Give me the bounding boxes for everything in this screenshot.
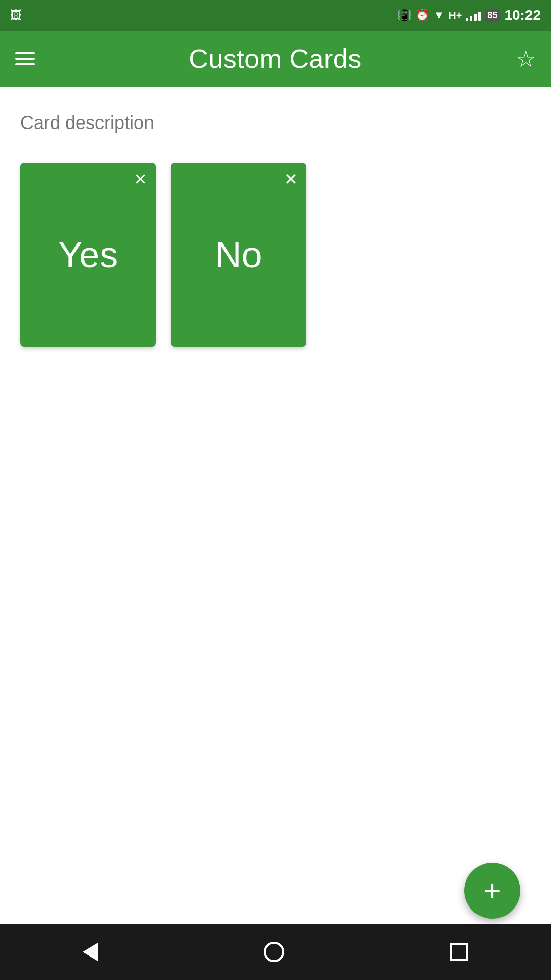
status-icons-group: 📳 ⏰ ▼ H+ 85 10:22	[397, 7, 541, 23]
nav-bar	[0, 924, 551, 980]
wifi-icon: ▼	[433, 9, 444, 22]
card-yes[interactable]: ✕ Yes	[20, 163, 156, 347]
card-no-label: No	[215, 234, 262, 276]
back-arrow-icon	[83, 943, 98, 961]
home-icon	[264, 942, 284, 962]
signal-icon	[466, 10, 481, 21]
status-time: 10:22	[504, 7, 541, 23]
battery-icon: 85	[485, 9, 500, 22]
close-card-no-button[interactable]: ✕	[284, 171, 298, 187]
menu-button[interactable]	[15, 52, 35, 65]
add-card-button[interactable]: +	[464, 863, 520, 919]
close-card-yes-button[interactable]: ✕	[134, 171, 147, 187]
status-bar-left: 🖼	[10, 8, 22, 22]
gallery-icon: 🖼	[10, 8, 22, 22]
alarm-icon: ⏰	[415, 9, 429, 22]
home-button[interactable]	[264, 942, 284, 962]
cards-grid: ✕ Yes ✕ No	[20, 163, 531, 347]
recents-icon	[450, 943, 468, 961]
card-yes-label: Yes	[58, 234, 118, 276]
vibrate-icon: 📳	[397, 9, 411, 22]
network-icon: H+	[448, 10, 462, 21]
add-icon: +	[483, 875, 501, 906]
favorite-button[interactable]: ☆	[516, 46, 536, 72]
app-bar: Custom Cards ☆	[0, 31, 551, 87]
status-bar: 🖼 📳 ⏰ ▼ H+ 85 10:22	[0, 0, 551, 31]
main-content: ✕ Yes ✕ No	[0, 87, 551, 347]
back-button[interactable]	[83, 943, 98, 961]
recents-button[interactable]	[450, 943, 468, 961]
card-description-container	[20, 107, 531, 142]
page-title: Custom Cards	[189, 43, 361, 74]
card-no[interactable]: ✕ No	[171, 163, 306, 347]
card-description-input[interactable]	[20, 107, 531, 139]
